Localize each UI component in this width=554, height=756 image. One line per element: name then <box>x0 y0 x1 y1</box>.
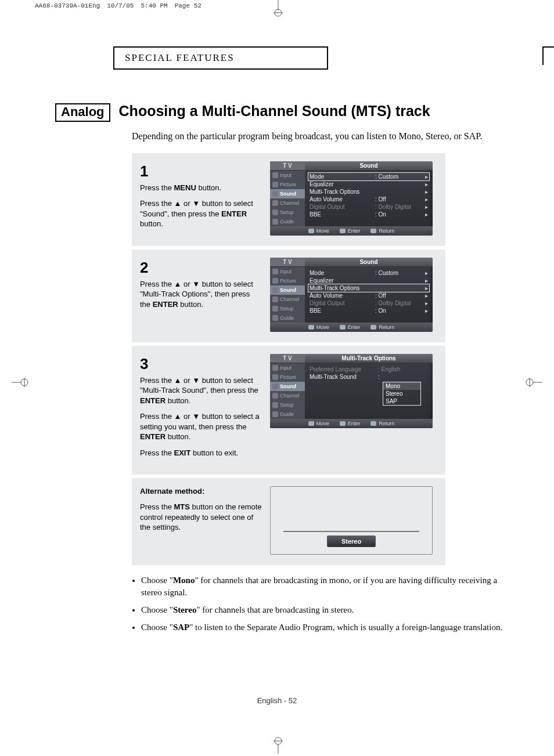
corner-mark-icon <box>542 46 554 64</box>
menu-row-mode[interactable]: Mode: Custom▸ <box>308 172 430 181</box>
option-stereo[interactable]: Stereo <box>383 390 420 397</box>
row-label: Digital Output <box>310 204 375 210</box>
row-label: Auto Volume <box>310 196 375 202</box>
sound-icon <box>272 384 278 389</box>
step-3-p3-b: EXIT <box>174 448 191 457</box>
sidebar-label-input: Input <box>280 365 292 371</box>
sidebar-label-picture: Picture <box>280 374 296 380</box>
chevron-right-icon: ▸ <box>425 181 428 187</box>
menu-row-autovolume[interactable]: Auto Volume: Off▸ <box>308 292 429 299</box>
menu-row-bbe[interactable]: BBE: On▸ <box>308 211 429 218</box>
row-value: : On <box>375 308 425 314</box>
note-sap: Choose "SAP" to listen to the Separate A… <box>141 621 503 634</box>
row-value: : Dolby Digital <box>375 300 425 306</box>
menu-row-bbe[interactable]: BBE: On▸ <box>308 307 429 314</box>
step-2-line-b: ENTER <box>153 300 178 309</box>
setup-icon <box>272 402 278 408</box>
sidebar-label-channel: Channel <box>280 296 300 302</box>
section-header: SPECIAL FEATURES <box>113 46 328 70</box>
sidebar-label-picture: Picture <box>280 182 296 187</box>
menu-row-preflang: Preferred Language: English <box>308 366 429 373</box>
sidebar-item-picture[interactable]: Picture <box>270 372 305 382</box>
row-value: : English <box>378 366 428 372</box>
sidebar-label-sound: Sound <box>280 287 296 293</box>
footer-move: Move <box>308 324 329 330</box>
option-mono[interactable]: Mono <box>383 382 420 390</box>
sidebar-item-setup[interactable]: Setup <box>270 400 305 410</box>
steps-container: 1 Press the MENU button. Press the ▲ or … <box>132 153 445 565</box>
row-value: : On <box>375 211 425 218</box>
row-label: Multi-Track Options <box>310 285 375 291</box>
print-file: AA68-03739A-01Eng <box>35 2 100 9</box>
guide-icon <box>272 219 278 225</box>
row-value: : <box>378 374 428 380</box>
sidebar-item-sound[interactable]: Sound <box>270 382 305 391</box>
setup-icon <box>272 306 278 312</box>
note-post: " for channels that are broadcasting in … <box>196 605 354 614</box>
sidebar-item-picture[interactable]: Picture <box>270 276 305 285</box>
page-content: SPECIAL FEATURES Analog Choosing a Multi… <box>55 46 502 639</box>
crop-mark-top-icon <box>272 0 284 20</box>
sidebar-item-input[interactable]: Input <box>270 171 305 180</box>
tv-screenshot-2: T V Sound Input Picture Sound Channel Se… <box>270 258 433 332</box>
crop-mark-right-icon <box>525 377 542 390</box>
row-value: : Off <box>375 292 425 299</box>
tv-footer: Move Enter Return <box>270 323 433 332</box>
page-title: Choosing a Multi-Channel Sound (MTS) tra… <box>119 103 502 120</box>
sidebar-item-channel[interactable]: Channel <box>270 295 305 304</box>
step-3-text: 3 Press the ▲ or ▼ button to select "Mul… <box>140 354 262 464</box>
step-3-number: 3 <box>140 354 262 374</box>
row-label: Mode <box>310 173 375 180</box>
row-label: Preferred Language <box>310 366 378 372</box>
menu-row-digitalout: Digital Output: Dolby Digital▸ <box>308 299 429 307</box>
sidebar-item-sound[interactable]: Sound <box>270 189 305 198</box>
sidebar-item-guide[interactable]: Guide <box>270 410 305 419</box>
sidebar-item-channel[interactable]: Channel <box>270 391 305 400</box>
sidebar-item-setup[interactable]: Setup <box>270 304 305 313</box>
divider-line <box>283 531 419 532</box>
input-icon <box>272 365 278 371</box>
chevron-right-icon: ▸ <box>425 277 428 284</box>
sidebar-item-guide[interactable]: Guide <box>270 217 305 226</box>
tv-menu-title: Multi-Track Options <box>305 354 433 363</box>
menu-row-mts[interactable]: Multi-Track Options▸ <box>308 188 429 196</box>
footer-move: Move <box>308 228 329 234</box>
menu-row-mode[interactable]: Mode: Custom▸ <box>308 269 429 277</box>
sidebar-item-channel[interactable]: Channel <box>270 198 305 208</box>
row-value: : Dolby Digital <box>375 204 425 210</box>
step-3-p3-post: button to exit. <box>190 448 238 457</box>
intro-paragraph: Depending on the particular program bein… <box>132 130 502 143</box>
picture-icon <box>272 278 278 284</box>
tv-footer: Move Enter Return <box>270 226 433 236</box>
print-slug: AA68-03739A-01Eng 10/7/05 5:40 PM Page 5… <box>35 2 202 9</box>
step-1-line1-post: button. <box>196 183 221 192</box>
step-3-p1-post: button. <box>166 396 190 405</box>
step-3-p1-b: ENTER <box>140 396 166 405</box>
chevron-right-icon: ▸ <box>425 285 428 291</box>
sidebar-label-channel: Channel <box>280 200 300 206</box>
menu-row-autovolume[interactable]: Auto Volume: Off▸ <box>308 196 429 203</box>
sidebar-item-setup[interactable]: Setup <box>270 208 305 217</box>
sidebar-item-input[interactable]: Input <box>270 363 305 372</box>
note-post: " for channels that are broadcasting in … <box>141 576 497 598</box>
menu-row-mtsound[interactable]: Multi-Track Sound: <box>308 373 429 381</box>
sidebar-label-sound: Sound <box>280 191 296 197</box>
menu-row-mts[interactable]: Multi-Track Options▸ <box>308 284 430 292</box>
step-2-line-post: button. <box>178 300 203 309</box>
sidebar-item-guide[interactable]: Guide <box>270 313 305 323</box>
step-2-text: 2 Press the ▲ or ▼ button to select "Mul… <box>140 258 262 332</box>
analog-badge: Analog <box>55 103 110 122</box>
tv-screenshot-alt: Stereo <box>270 486 433 555</box>
sidebar-item-sound[interactable]: Sound <box>270 285 305 295</box>
option-sap[interactable]: SAP <box>383 397 420 405</box>
step-1-line1-b: MENU <box>174 183 196 192</box>
sidebar-item-input[interactable]: Input <box>270 267 305 276</box>
sidebar-label-setup: Setup <box>280 306 294 312</box>
step-1-line2-b: ENTER <box>221 209 247 218</box>
step-1-line1-pre: Press the <box>140 183 174 192</box>
step-2-number: 2 <box>140 258 262 278</box>
tv-menu-title: Sound <box>305 258 433 267</box>
menu-row-equalizer[interactable]: Equalizer▸ <box>308 180 429 188</box>
sidebar-item-picture[interactable]: Picture <box>270 180 305 189</box>
step-3: 3 Press the ▲ or ▼ button to select "Mul… <box>132 342 445 475</box>
